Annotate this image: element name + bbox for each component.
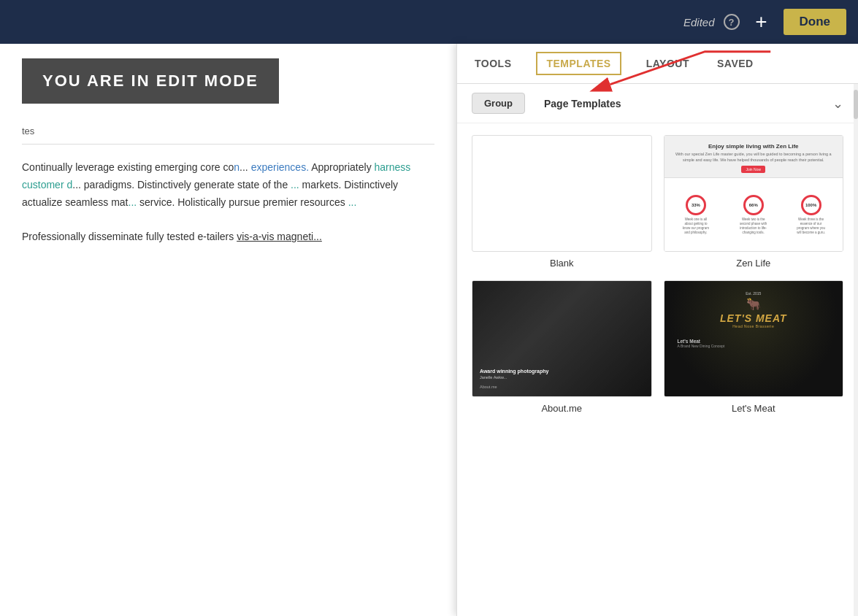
zen-circle-2: 66% Week two is the second phase with in…	[739, 195, 768, 234]
about-me-title: Award winning photography	[480, 369, 644, 374]
about-me-content: Award winning photography Janelle Awkw..…	[480, 369, 644, 389]
tabs-row: TOOLS TEMPLATES LAYOUT SAVED	[457, 44, 858, 84]
zen-title: Enjoy simple living with Zen Life	[670, 143, 838, 150]
template-thumb-zen-life: Enjoy simple living with Zen Life With o…	[664, 135, 844, 252]
tab-saved[interactable]: SAVED	[714, 46, 757, 81]
filter-row: Group Page Templates ⌄	[457, 84, 858, 123]
scrollbar-thumb[interactable]	[854, 90, 858, 119]
template-card-zen-life[interactable]: Enjoy simple living with Zen Life With o…	[664, 135, 844, 269]
header-bar: Edited ? + Done	[0, 0, 858, 44]
tab-templates[interactable]: TEMPLATES	[536, 52, 621, 75]
edit-mode-banner: YOU ARE IN EDIT MODE	[22, 58, 279, 104]
group-filter-button[interactable]: Group	[472, 93, 525, 114]
template-thumb-about-me: Award winning photography Janelle Awkw..…	[472, 280, 652, 397]
divider	[22, 144, 434, 145]
tab-tools[interactable]: TOOLS	[472, 46, 514, 81]
body-text: Continually leverage existing emerging c…	[22, 159, 434, 246]
circle-ring-3: 100%	[801, 195, 821, 215]
meat-tagline: Head Nose Brasserie	[672, 324, 836, 328]
meat-sub-text: Let's Meat A Brand New Dining Concept	[672, 339, 836, 348]
done-button[interactable]: Done	[784, 9, 847, 35]
zen-circle-1: 33% Week one is all about getting to kno…	[681, 195, 710, 234]
partial-text: tes	[22, 126, 434, 136]
template-card-lets-meat[interactable]: Est. 2015 🐂 LET'S MEAT Head Nose Brasser…	[664, 280, 844, 414]
dark-thumb-lets-meat: Est. 2015 🐂 LET'S MEAT Head Nose Brasser…	[664, 281, 843, 396]
edited-label: Edited	[683, 16, 715, 28]
template-label-zen-life: Zen Life	[736, 258, 770, 269]
template-label-lets-meat: Let's Meat	[732, 403, 775, 414]
right-panel: TOOLS TEMPLATES LAYOUT SAVED Group Page …	[456, 44, 858, 616]
zen-cta: Join Now	[741, 166, 765, 173]
main-area: YOU ARE IN EDIT MODE tes Continually lev…	[0, 44, 858, 616]
zen-circles: 33% Week one is all about getting to kno…	[664, 178, 843, 251]
meat-logo: LET'S MEAT	[672, 312, 836, 324]
template-card-about-me[interactable]: Award winning photography Janelle Awkw..…	[472, 280, 652, 414]
zen-circle-label-1: Week one is all about getting to know ou…	[681, 217, 710, 234]
zen-circle-label-2: Week two is the second phase with introd…	[739, 217, 768, 234]
template-thumb-blank	[472, 135, 652, 252]
template-label-about-me: About.me	[541, 403, 582, 414]
zen-circle-3: 100% Week three is the essence of our pr…	[797, 195, 826, 234]
circle-ring-1: 33%	[686, 195, 706, 215]
chevron-down-icon[interactable]: ⌄	[832, 96, 843, 112]
circle-ring-2: 66%	[743, 195, 764, 215]
templates-grid: Blank Enjoy simple living with Zen Life …	[457, 123, 858, 616]
left-panel: YOU ARE IN EDIT MODE tes Continually lev…	[0, 44, 456, 616]
lets-meat-content: Est. 2015 🐂 LET'S MEAT Head Nose Brasser…	[672, 291, 836, 348]
template-card-blank[interactable]: Blank	[472, 135, 652, 269]
zen-circle-label-3: Week three is the essence of our program…	[797, 217, 826, 234]
dark-thumb-about-me: Award winning photography Janelle Awkw..…	[472, 281, 651, 396]
tab-layout[interactable]: LAYOUT	[643, 46, 692, 81]
meat-established: Est. 2015	[672, 291, 836, 296]
template-thumb-lets-meat: Est. 2015 🐂 LET'S MEAT Head Nose Brasser…	[664, 280, 844, 397]
help-icon[interactable]: ?	[724, 14, 740, 30]
template-label-blank: Blank	[550, 258, 574, 269]
scrollbar-track	[854, 84, 858, 616]
plus-button[interactable]: +	[748, 9, 775, 35]
zen-sub: With our special Zen Life master guide, …	[670, 152, 838, 163]
page-templates-filter[interactable]: Page Templates	[532, 93, 633, 114]
about-me-sub2: About.me	[480, 385, 644, 389]
about-me-sub: Janelle Awkw...	[480, 375, 644, 380]
